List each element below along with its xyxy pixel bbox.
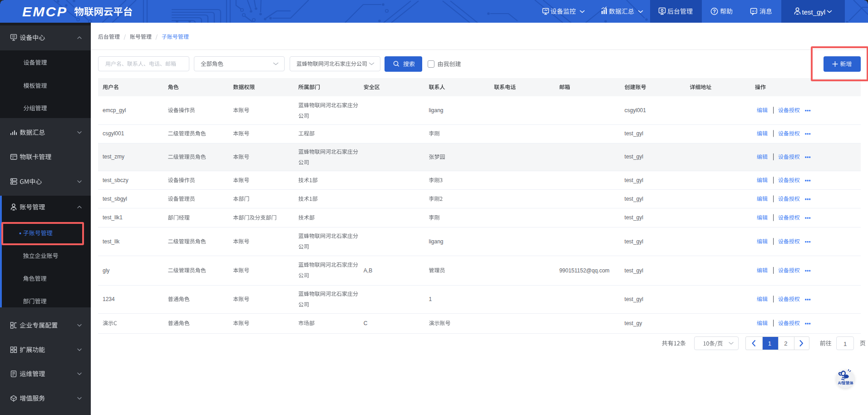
svg-text:?: ?: [713, 9, 715, 14]
